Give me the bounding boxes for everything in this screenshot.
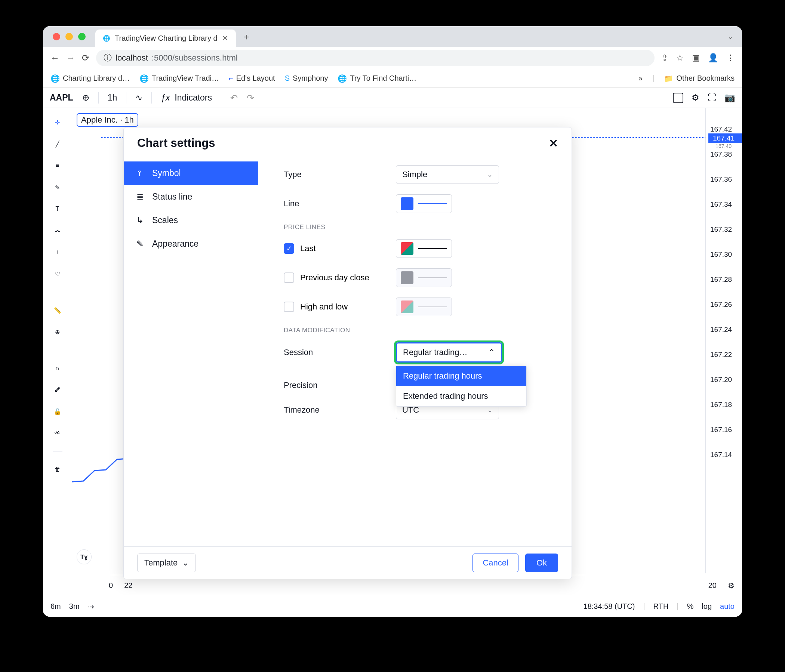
high-low-style-picker[interactable]	[396, 297, 452, 316]
magnet-icon[interactable]: ∩	[52, 362, 64, 374]
line-style-picker[interactable]	[396, 194, 452, 213]
range-3m[interactable]: 3m	[69, 602, 80, 611]
lock-pencil-icon[interactable]: 🖉	[52, 384, 64, 396]
axes-icon: ↳	[134, 215, 145, 225]
camera-icon[interactable]: 📷	[724, 93, 735, 103]
last-checkbox[interactable]: ✓	[284, 243, 294, 254]
globe-icon: 🌐	[103, 35, 110, 42]
chevron-down-icon: ⌄	[182, 558, 189, 568]
layout-icon[interactable]	[673, 93, 683, 103]
tab-appearance[interactable]: ✎ Appearance	[124, 232, 258, 256]
session-dropdown[interactable]: Regular trading… ⌃ Regular trading hours…	[396, 342, 502, 363]
auto-scale[interactable]: auto	[720, 602, 735, 611]
bookmark-item[interactable]: S Symphony	[285, 74, 328, 83]
zoom-icon[interactable]: ⊕	[52, 326, 64, 338]
tab-title: TradingView Charting Library d	[115, 34, 217, 42]
gear-icon[interactable]: ⚙	[691, 93, 699, 103]
trendline-icon[interactable]: ╱	[52, 138, 64, 150]
percent-toggle[interactable]: %	[687, 602, 694, 611]
heart-icon[interactable]: ♡	[52, 268, 64, 280]
prev-close-style-picker[interactable]	[396, 268, 452, 287]
bookmarks-overflow[interactable]: »	[638, 74, 643, 83]
line-label: Line	[284, 199, 388, 209]
undo-icon[interactable]: ↶	[230, 93, 238, 103]
type-label: Type	[284, 170, 388, 180]
time-tick: 20	[708, 581, 716, 590]
pattern-icon[interactable]: ⫘	[52, 225, 64, 237]
time-tick: 22	[124, 581, 132, 590]
price-tick: 167.32	[706, 225, 742, 250]
last-style-picker[interactable]	[396, 239, 452, 258]
chart-style-icon[interactable]: ∿	[135, 93, 142, 103]
browser-window: 🌐 TradingView Charting Library d ✕ ＋ ⌄ ←…	[43, 26, 742, 617]
trash-icon[interactable]: 🗑	[52, 463, 64, 475]
interval-label[interactable]: 1h	[108, 93, 117, 103]
back-icon[interactable]: ←	[50, 53, 59, 63]
high-low-checkbox[interactable]	[284, 302, 294, 312]
log-toggle[interactable]: log	[702, 602, 712, 611]
price-tick: 167.24	[706, 325, 742, 350]
reload-icon[interactable]: ⟳	[82, 53, 89, 63]
close-window-icon[interactable]	[53, 33, 60, 41]
range-6m[interactable]: 6m	[50, 602, 61, 611]
indicators-button[interactable]: ƒx Indicators	[161, 93, 212, 103]
price-tick: 167.20	[706, 376, 742, 401]
axis-settings-icon[interactable]: ⚙	[728, 581, 735, 590]
type-dropdown[interactable]: Simple⌄	[396, 165, 499, 184]
browser-tab[interactable]: 🌐 TradingView Charting Library d ✕	[95, 30, 236, 47]
price-tick: 167.26	[706, 300, 742, 325]
minimize-window-icon[interactable]	[66, 33, 73, 41]
session-option-extended[interactable]: Extended trading hours	[396, 386, 526, 406]
goto-date-icon[interactable]: ⇢	[88, 602, 94, 611]
site-info-icon[interactable]: ⓘ	[103, 52, 112, 64]
url-input[interactable]: ⓘ localhost:5000/subsessions.html	[96, 50, 655, 66]
share-icon[interactable]: ⇪	[661, 53, 668, 63]
fib-icon[interactable]: ≡	[52, 159, 64, 172]
redo-icon[interactable]: ↷	[247, 93, 254, 103]
bookmark-item[interactable]: 🌐 Try To Find Charti…	[338, 74, 416, 83]
price-tick: 167.16	[706, 426, 742, 451]
price-axis[interactable]: 167.42 167.38 167.36 167.34 167.32 167.3…	[705, 108, 742, 574]
section-price-lines: PRICE LINES	[284, 223, 557, 231]
sidepanel-icon[interactable]: ▣	[692, 53, 700, 63]
bookmark-item[interactable]: ⌐ Ed's Layout	[229, 74, 275, 83]
drawing-toolbar: ✛ ╱ ≡ ✎ T ⫘ ⟂ ♡ 📏 ⊕ ∩ 🖉 🔓 👁 🗑	[43, 108, 72, 596]
ruler-icon[interactable]: 📏	[52, 304, 64, 316]
menu-icon[interactable]: ⋮	[726, 53, 735, 63]
close-tab-icon[interactable]: ✕	[222, 34, 228, 42]
addressbar-icons: ⇪ ☆ ▣ 👤 ⋮	[661, 53, 735, 63]
star-icon[interactable]: ☆	[676, 53, 684, 63]
price-tick: 167.36	[706, 175, 742, 200]
tab-status-line[interactable]: ≣ Status line	[124, 185, 258, 209]
bookmark-item[interactable]: 🌐 TradingView Tradi…	[139, 74, 219, 83]
bookmark-item[interactable]: 🌐 Charting Library d…	[50, 74, 130, 83]
symbol-label[interactable]: AAPL	[50, 93, 73, 103]
brush-icon[interactable]: ✎	[52, 181, 64, 193]
close-icon[interactable]: ✕	[549, 137, 558, 150]
template-dropdown[interactable]: Template⌄	[137, 553, 196, 572]
clock-label[interactable]: 18:34:58 (UTC)	[583, 602, 635, 611]
add-symbol-icon[interactable]: ⊕	[82, 93, 89, 103]
forecast-icon[interactable]: ⟂	[52, 246, 64, 258]
crosshair-icon[interactable]: ✛	[52, 116, 64, 128]
fullscreen-icon[interactable]: ⛶	[708, 93, 716, 103]
chevron-down-icon: ⌄	[487, 406, 493, 414]
last-label: Last	[300, 244, 316, 253]
lock-icon[interactable]: 🔓	[52, 406, 64, 417]
prev-close-checkbox[interactable]	[284, 272, 294, 283]
text-icon[interactable]: T	[52, 203, 64, 215]
tv-logo-icon[interactable]: Tɣ	[77, 549, 92, 564]
new-tab-button[interactable]: ＋	[242, 31, 251, 42]
tabs-dropdown-icon[interactable]: ⌄	[727, 33, 733, 41]
ok-button[interactable]: Ok	[525, 553, 558, 572]
cancel-button[interactable]: Cancel	[472, 553, 518, 572]
tab-scales[interactable]: ↳ Scales	[124, 209, 258, 232]
profile-icon[interactable]: 👤	[708, 53, 718, 63]
chevron-up-icon: ⌃	[488, 348, 495, 357]
rth-toggle[interactable]: RTH	[654, 602, 669, 611]
other-bookmarks[interactable]: 📁 Other Bookmarks	[664, 74, 735, 83]
maximize-window-icon[interactable]	[78, 33, 86, 41]
tab-symbol[interactable]: ⫯ Symbol	[124, 161, 258, 185]
session-option-regular[interactable]: Regular trading hours	[396, 366, 526, 386]
eye-icon[interactable]: 👁	[52, 427, 64, 439]
